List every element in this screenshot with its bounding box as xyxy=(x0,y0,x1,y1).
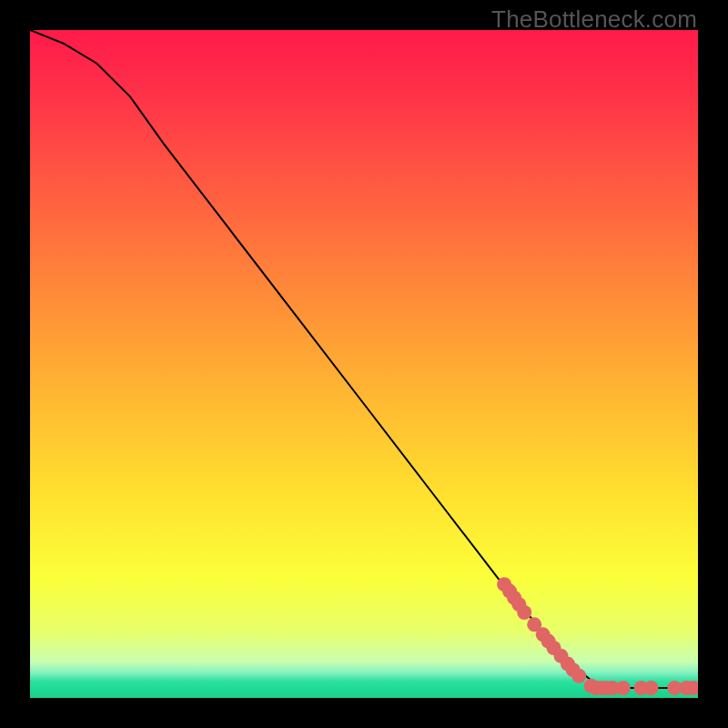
data-marker xyxy=(517,605,531,620)
chart-svg xyxy=(30,30,698,698)
data-marker xyxy=(644,681,659,695)
data-marker xyxy=(616,681,631,695)
data-marker xyxy=(571,669,586,683)
gradient-background xyxy=(30,30,698,698)
chart-frame: TheBottleneck.com xyxy=(0,0,728,728)
plot-area xyxy=(30,30,698,698)
